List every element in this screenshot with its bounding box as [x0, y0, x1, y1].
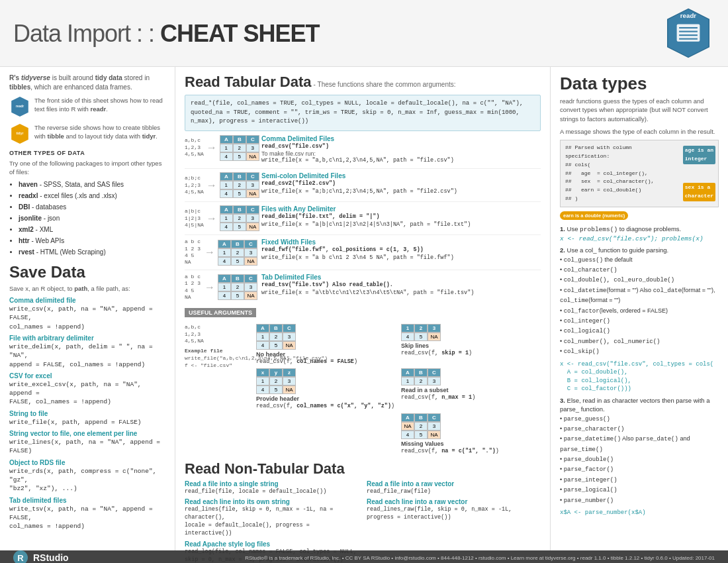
list-item: col_logical() — [560, 326, 719, 336]
arg-missing-title: Missing Values — [401, 440, 541, 447]
csv-preview-csv2: a;b;c1,2;34;5,NA — [185, 175, 204, 195]
fmt-func-tsv: read_tsv("file.tsv") Also read_table(). — [261, 282, 541, 289]
save-lines-title: String vector to file, one element per l… — [9, 430, 165, 437]
title-plain: Data Import : : — [13, 20, 160, 47]
col-spec-box: ## Parsed with column specification: ## … — [560, 140, 719, 207]
non-tabular-heading: Read Non-Tabular Data — [185, 460, 541, 478]
table-preview-csv: ABC 123 45NA — [220, 135, 259, 161]
arg-subset-title: Read in a subset — [401, 387, 541, 393]
other-types-label: OTHER TYPES OF DATA — [9, 150, 165, 156]
list-item: col_factor(levels, ordered = FALSE) — [560, 306, 719, 316]
skip-preview: 123 45NA — [401, 324, 441, 341]
fmt-write-tsv: write_file(x = "a\tb\tc\n1\t2\t3\n4\t5\t… — [261, 289, 541, 297]
csv-preview-tsv: a b c1 2 34 5 NA — [185, 274, 202, 301]
r-circle-icon: R — [13, 550, 28, 563]
nt-lines-raw: Read each line into a raw vector read_li… — [367, 498, 541, 538]
save-comma: Comma delimited file write_csv(x, path, … — [9, 297, 165, 331]
fmt-title-csv: Comma Delimited Files — [261, 135, 541, 142]
readr-desc: The front side of this sheet shows how t… — [34, 96, 165, 114]
table-preview-tsv: ABC 123 45NA — [218, 274, 257, 300]
earn-badge-row: earn is a double (numeric) — [560, 211, 719, 221]
save-delim-code: write_delim(x, path, delim = " ", na = "… — [9, 342, 165, 369]
list-item: col_guess() the default — [560, 255, 719, 265]
updated: Updated: 2017-01 — [672, 555, 715, 561]
arg-no-header-code: read_csv(f, col_names = FALSE) — [256, 358, 396, 366]
tidyr-badge-row: tidyr The reverse side shows how to crea… — [9, 123, 165, 145]
nt-single-string: Read a file into a single string read_fi… — [185, 480, 359, 496]
step2-code: x <- read_csv("file.csv", col_types = co… — [560, 360, 719, 393]
arg-subset-code: read_csv(f, n_max = 1) — [401, 394, 541, 401]
list-item: haven - SPSS, Stata, and SAS files — [19, 179, 165, 190]
fmt-title-csv2: Semi-colon Delimited Files — [261, 172, 541, 179]
list-item: col_double(), col_euro_double() — [560, 275, 719, 285]
svg-text:tidyr: tidyr — [17, 131, 24, 135]
fmt-right-csv2: Semi-colon Delimited Files read_csv2("fi… — [261, 172, 541, 196]
non-tabular-grid: Read a file into a single string read_fi… — [185, 480, 541, 563]
nt-single-string-title: Read a file into a single string — [185, 480, 359, 487]
csv-preview-csv: a,b,c1,2,34,5,NA — [185, 137, 204, 158]
nt-single-string-code: read_file(file, locale = default_locale(… — [185, 488, 359, 496]
tabular-heading: Read Tabular Data - These functions shar… — [185, 74, 541, 91]
arg-provide-header-code: read_csv(f, col_names = c("x", "y", "z")… — [256, 403, 396, 410]
age-badge: age is aninteger — [683, 146, 715, 164]
arg-skip-title: Skip lines — [401, 342, 541, 349]
left-column: R's tidyverse is built around tidy data … — [0, 67, 175, 550]
fmt-write-delim: write_file(x = "a|b|c\n1|2|3\n2|4|5\n3|N… — [261, 221, 541, 229]
readr-hex-icon: readr — [662, 7, 715, 60]
subset-preview: ABC 123 — [401, 368, 441, 385]
dt-msg: A message shows the type of each column … — [560, 127, 719, 136]
format-csv: a,b,c1,2,34,5,NA → ABC 123 45NA Comma De… — [185, 135, 541, 170]
csv-preview-delim: a|b|c1|2|34|5|NA — [185, 208, 204, 229]
middle-column: Read Tabular Data - These functions shar… — [175, 67, 551, 550]
save-excel-code: write_excel_csv(x, path, na = "NA", appe… — [9, 380, 165, 407]
save-rds-title: Object to RDS file — [9, 459, 165, 466]
step3-code: x$A <- parse_number(x$A) — [560, 509, 719, 517]
tidyr-badge-item: tidyr The reverse side shows how to crea… — [9, 123, 165, 145]
table-preview-csv2: ABC 123 45NA — [220, 172, 259, 198]
save-string-code: write_file(x, path, append = FALSE) — [9, 418, 165, 427]
right-column: Data types readr functions guess the typ… — [551, 67, 728, 550]
arg-provide-header-title: Provide header — [256, 395, 396, 402]
missing-preview: ABC NA23 45NA — [401, 413, 441, 439]
step-3: 3. Else, read in as character vectors th… — [560, 396, 719, 517]
list-item: readxl - excel files (.xls and .xlsx) — [19, 190, 165, 201]
save-excel-title: CSV for excel — [9, 372, 165, 380]
nt-raw-vector: Read a file into a raw vector read_file_… — [367, 480, 541, 496]
parse-func-list: parse_guess() parse_character() parse_da… — [560, 414, 719, 506]
useful-example-col: a,b,c1,2,34,5,NA Example file write_file… — [185, 324, 251, 454]
save-desc: Save x, an R object, to path, a file pat… — [9, 284, 165, 293]
formats-container: a,b,c1,2,34,5,NA → ABC 123 45NA Comma De… — [185, 135, 541, 305]
earn-badge: earn is a double (numeric) — [560, 211, 628, 220]
save-delim: File with arbitrary delimiter write_deli… — [9, 334, 165, 369]
footer-text: RStudio® is a trademark of RStudio, Inc.… — [245, 555, 715, 561]
main-content: R's tidyverse is built around tidy data … — [0, 67, 728, 550]
fmt-func-csv: read_csv("file.csv") — [261, 143, 541, 151]
version: readr 1.1.0 • tibble 1.2.12 • tidyr 0.6.… — [580, 555, 671, 561]
step-2: 2. Use a col_ function to guide parsing.… — [560, 246, 719, 393]
other-types-desc: Try one of the following packages to imp… — [9, 159, 165, 177]
fmt-write-fwf: write_file(x = "a b c\n1 2 3\n4 5 NA", p… — [261, 254, 541, 262]
save-data-title: Save Data — [9, 263, 165, 282]
useful-right-grid: ABC 123 45NA No header read_csv(f, col_n… — [256, 324, 541, 454]
table-preview-delim: ABC 123 45NA — [220, 205, 259, 231]
list-item: parse_logical() — [560, 485, 719, 495]
format-tsv: a b c1 2 34 5 NA → ABC 123 45NA Tab Deli… — [185, 274, 541, 305]
table-preview-fwf: ABC 123 45NA — [218, 240, 257, 266]
list-item: parse_number() — [560, 495, 719, 505]
save-string: String to file write_file(x, path, appen… — [9, 410, 165, 427]
list-item: col_datetime(format = "") Also col_date(… — [560, 285, 719, 306]
more: Learn more at tidyverse.org • — [511, 555, 579, 561]
save-tsv-title: Tab delimited files — [9, 497, 165, 504]
tidyr-small-icon: tidyr — [9, 123, 30, 144]
fmt-right-delim: Files with Any Delimiter read_delim("fil… — [261, 205, 541, 229]
format-csv2: a;b;c1,2;34;5,NA → ABC 123 45NA Semi-col… — [185, 172, 541, 202]
list-item: jsonlite - json — [19, 213, 165, 224]
nt-lines-raw-code: read_lines_raw(file, skip = 0, n_max = -… — [367, 506, 541, 522]
save-lines: String vector to file, one element per l… — [9, 430, 165, 456]
nt-raw-vector-code: read_file_raw(file) — [367, 488, 541, 496]
rstudio-label: RStudio — [33, 552, 69, 563]
dt-desc: readr functions guess the types of each … — [560, 97, 719, 123]
nt-apache-title: Read Apache style log files — [185, 540, 359, 548]
title-bold: CHEAT SHEET — [160, 20, 319, 47]
useful-args-label: USEFUL ARGUMENTS — [185, 308, 256, 317]
